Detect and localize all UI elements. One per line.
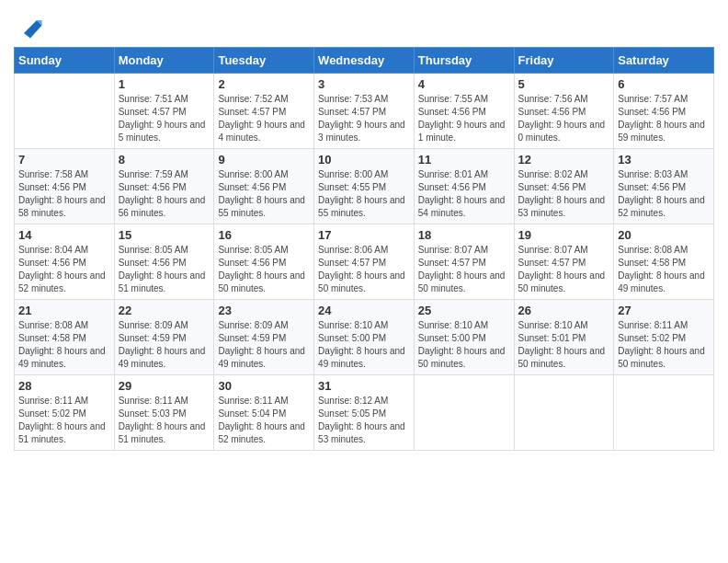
page-container: SundayMondayTuesdayWednesdayThursdayFrid… [0, 0, 728, 563]
day-info: Sunrise: 7:56 AMSunset: 4:56 PMDaylight:… [518, 93, 610, 144]
day-number: 27 [618, 304, 710, 317]
day-number: 31 [318, 379, 410, 393]
svg-marker-0 [24, 20, 42, 39]
calendar-cell: 12Sunrise: 8:02 AMSunset: 4:56 PMDayligh… [514, 149, 614, 224]
calendar-week-row: 28Sunrise: 8:11 AMSunset: 5:02 PMDayligh… [15, 375, 714, 451]
day-number: 3 [318, 77, 410, 91]
day-number: 14 [18, 228, 110, 242]
day-info: Sunrise: 8:00 AMSunset: 4:56 PMDaylight:… [218, 168, 310, 220]
calendar-cell: 20Sunrise: 8:08 AMSunset: 4:58 PMDayligh… [614, 224, 714, 300]
day-info: Sunrise: 8:00 AMSunset: 4:55 PMDaylight:… [318, 168, 410, 220]
calendar-cell: 10Sunrise: 8:00 AMSunset: 4:55 PMDayligh… [314, 149, 415, 224]
calendar-cell: 23Sunrise: 8:09 AMSunset: 4:59 PMDayligh… [214, 300, 314, 375]
header-day: Thursday [414, 48, 514, 74]
calendar-cell: 5Sunrise: 7:56 AMSunset: 4:56 PMDaylight… [514, 74, 614, 149]
calendar-week-row: 7Sunrise: 7:58 AMSunset: 4:56 PMDaylight… [15, 149, 714, 224]
calendar-cell [514, 375, 614, 451]
day-number: 30 [218, 379, 310, 393]
calendar-table: SundayMondayTuesdayWednesdayThursdayFrid… [14, 47, 714, 451]
header-day: Saturday [614, 48, 714, 74]
day-info: Sunrise: 8:11 AMSunset: 5:02 PMDaylight:… [18, 395, 110, 446]
calendar-cell: 19Sunrise: 8:07 AMSunset: 4:57 PMDayligh… [514, 224, 614, 300]
day-info: Sunrise: 7:58 AMSunset: 4:56 PMDaylight:… [18, 168, 110, 220]
day-number: 17 [318, 228, 410, 242]
day-number: 20 [618, 228, 710, 242]
day-number: 10 [318, 153, 410, 167]
calendar-cell: 17Sunrise: 8:06 AMSunset: 4:57 PMDayligh… [314, 224, 415, 300]
day-number: 6 [618, 77, 710, 91]
day-info: Sunrise: 8:04 AMSunset: 4:56 PMDaylight:… [18, 244, 110, 295]
day-info: Sunrise: 7:53 AMSunset: 4:57 PMDaylight:… [318, 93, 410, 144]
day-number: 26 [518, 304, 610, 317]
day-number: 13 [618, 153, 710, 167]
calendar-cell: 18Sunrise: 8:07 AMSunset: 4:57 PMDayligh… [414, 224, 514, 300]
day-info: Sunrise: 8:05 AMSunset: 4:56 PMDaylight:… [218, 244, 310, 295]
calendar-cell: 24Sunrise: 8:10 AMSunset: 5:00 PMDayligh… [314, 300, 415, 375]
day-number: 24 [318, 304, 410, 317]
day-number: 8 [119, 153, 210, 167]
day-number: 29 [119, 379, 210, 393]
calendar-cell: 2Sunrise: 7:52 AMSunset: 4:57 PMDaylight… [214, 74, 314, 149]
calendar-cell: 26Sunrise: 8:10 AMSunset: 5:01 PMDayligh… [514, 300, 614, 375]
calendar-cell: 13Sunrise: 8:03 AMSunset: 4:56 PMDayligh… [614, 149, 714, 224]
calendar-week-row: 14Sunrise: 8:04 AMSunset: 4:56 PMDayligh… [15, 224, 714, 300]
calendar-cell: 9Sunrise: 8:00 AMSunset: 4:56 PMDaylight… [214, 149, 314, 224]
calendar-cell: 3Sunrise: 7:53 AMSunset: 4:57 PMDaylight… [314, 74, 415, 149]
header-day: Wednesday [314, 48, 415, 74]
header [14, 14, 714, 40]
day-info: Sunrise: 8:08 AMSunset: 4:58 PMDaylight:… [18, 319, 110, 371]
day-number: 11 [418, 153, 510, 167]
calendar-week-row: 1Sunrise: 7:51 AMSunset: 4:57 PMDaylight… [15, 74, 714, 149]
day-number: 28 [18, 379, 110, 393]
calendar-cell [414, 375, 514, 451]
day-number: 21 [18, 304, 110, 317]
day-number: 23 [218, 304, 310, 317]
calendar-cell: 4Sunrise: 7:55 AMSunset: 4:56 PMDaylight… [414, 74, 514, 149]
day-number: 19 [518, 228, 610, 242]
calendar-body: 1Sunrise: 7:51 AMSunset: 4:57 PMDaylight… [15, 74, 714, 451]
calendar-cell [15, 74, 115, 149]
day-info: Sunrise: 8:02 AMSunset: 4:56 PMDaylight:… [518, 168, 610, 220]
calendar-cell: 29Sunrise: 8:11 AMSunset: 5:03 PMDayligh… [114, 375, 214, 451]
day-number: 1 [119, 77, 210, 91]
day-number: 12 [518, 153, 610, 167]
day-info: Sunrise: 8:10 AMSunset: 5:01 PMDaylight:… [518, 319, 610, 371]
calendar-cell: 30Sunrise: 8:11 AMSunset: 5:04 PMDayligh… [214, 375, 314, 451]
day-info: Sunrise: 8:08 AMSunset: 4:58 PMDaylight:… [618, 244, 710, 295]
header-day: Tuesday [214, 48, 314, 74]
header-day: Monday [114, 48, 214, 74]
day-number: 5 [518, 77, 610, 91]
day-info: Sunrise: 8:06 AMSunset: 4:57 PMDaylight:… [318, 244, 410, 295]
day-number: 18 [418, 228, 510, 242]
calendar-cell: 27Sunrise: 8:11 AMSunset: 5:02 PMDayligh… [614, 300, 714, 375]
day-number: 25 [418, 304, 510, 317]
calendar-cell: 11Sunrise: 8:01 AMSunset: 4:56 PMDayligh… [414, 149, 514, 224]
calendar-header: SundayMondayTuesdayWednesdayThursdayFrid… [15, 48, 714, 74]
day-number: 4 [418, 77, 510, 91]
calendar-cell: 1Sunrise: 7:51 AMSunset: 4:57 PMDaylight… [114, 74, 214, 149]
day-info: Sunrise: 8:10 AMSunset: 5:00 PMDaylight:… [418, 319, 510, 371]
day-info: Sunrise: 8:09 AMSunset: 4:59 PMDaylight:… [119, 319, 210, 371]
day-number: 2 [218, 77, 310, 91]
day-info: Sunrise: 8:07 AMSunset: 4:57 PMDaylight:… [518, 244, 610, 295]
calendar-cell: 31Sunrise: 8:12 AMSunset: 5:05 PMDayligh… [314, 375, 415, 451]
day-info: Sunrise: 8:03 AMSunset: 4:56 PMDaylight:… [618, 168, 710, 220]
day-info: Sunrise: 8:12 AMSunset: 5:05 PMDaylight:… [318, 395, 410, 446]
day-info: Sunrise: 8:11 AMSunset: 5:03 PMDaylight:… [119, 395, 210, 446]
header-row: SundayMondayTuesdayWednesdayThursdayFrid… [15, 48, 714, 74]
day-number: 15 [119, 228, 210, 242]
calendar-cell: 28Sunrise: 8:11 AMSunset: 5:02 PMDayligh… [15, 375, 115, 451]
day-info: Sunrise: 7:55 AMSunset: 4:56 PMDaylight:… [418, 93, 510, 144]
day-number: 9 [218, 153, 310, 167]
header-day: Friday [514, 48, 614, 74]
calendar-cell: 14Sunrise: 8:04 AMSunset: 4:56 PMDayligh… [15, 224, 115, 300]
day-info: Sunrise: 8:09 AMSunset: 4:59 PMDaylight:… [218, 319, 310, 371]
calendar-cell [614, 375, 714, 451]
calendar-cell: 25Sunrise: 8:10 AMSunset: 5:00 PMDayligh… [414, 300, 514, 375]
day-info: Sunrise: 7:57 AMSunset: 4:56 PMDaylight:… [618, 93, 710, 144]
day-info: Sunrise: 8:01 AMSunset: 4:56 PMDaylight:… [418, 168, 510, 220]
day-info: Sunrise: 8:11 AMSunset: 5:02 PMDaylight:… [618, 319, 710, 371]
day-info: Sunrise: 7:59 AMSunset: 4:56 PMDaylight:… [119, 168, 210, 220]
calendar-cell: 21Sunrise: 8:08 AMSunset: 4:58 PMDayligh… [15, 300, 115, 375]
day-info: Sunrise: 8:10 AMSunset: 5:00 PMDaylight:… [318, 319, 410, 371]
